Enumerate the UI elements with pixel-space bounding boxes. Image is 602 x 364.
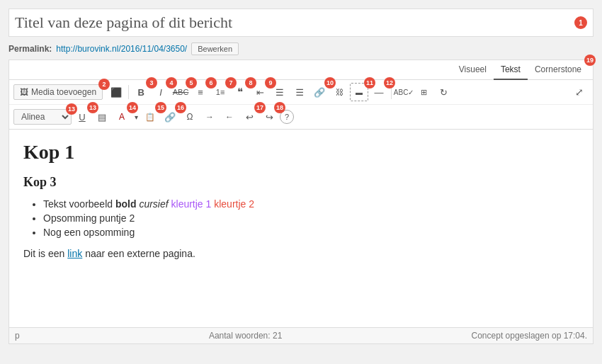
text-color1: kleurtje 1	[171, 198, 212, 210]
image-icon: 🖼	[20, 87, 28, 97]
permalink-row: Permalink: http://burovink.nl/2016/11/04…	[8, 42, 594, 55]
italic-button[interactable]: I	[152, 83, 170, 101]
tab-cornerstone[interactable]: Cornerstone	[528, 60, 589, 80]
cube-icon-btn[interactable]: ⬛	[107, 83, 125, 101]
permalink-url[interactable]: http://burovink.nl/2016/11/04/3650/	[56, 44, 187, 54]
paste-text-button[interactable]: 📋	[141, 108, 159, 126]
indent-button[interactable]: →	[200, 108, 219, 126]
tab-tekst[interactable]: Tekst	[494, 60, 528, 80]
separator1	[128, 85, 129, 99]
redo-button[interactable]: ↪	[260, 108, 278, 126]
tab-visueel[interactable]: Visueel	[452, 60, 494, 80]
text-color-dropdown[interactable]: ▾	[132, 108, 140, 126]
editor-content[interactable]: Kop 1 Kop 3 Tekst voorbeeld bold cursief…	[8, 130, 594, 328]
path-area: p	[15, 331, 20, 341]
text-bold: bold	[115, 198, 137, 210]
table-button[interactable]: ⊞	[414, 83, 433, 101]
para-suffix: naar een externe pagina.	[82, 248, 195, 259]
fullscreen-button[interactable]: ⤢	[570, 83, 589, 101]
heading-1: Kop 1	[23, 141, 579, 164]
title-input[interactable]	[15, 13, 570, 32]
content-paragraph: Dit is een link naar een externe pagina.	[23, 248, 579, 259]
underline-button[interactable]: U	[73, 108, 91, 126]
align-center-button[interactable]: ☰	[271, 83, 289, 101]
unlink-button[interactable]: ⛓	[330, 83, 348, 101]
list-item-3: Nog een opsomming	[43, 227, 579, 238]
list-item-2: Opsomming puntje 2	[43, 212, 579, 224]
align-left-button[interactable]: ⇤	[251, 83, 269, 101]
media-toevoegen-button[interactable]: 🖼 Media toevoegen	[13, 84, 103, 100]
toolbar-area: Visueel Tekst Cornerstone 19 🖼 Media toe…	[8, 59, 594, 130]
editor-container: 1 Permalink: http://burovink.nl/2016/11/…	[0, 0, 602, 353]
separator2	[391, 85, 392, 99]
spellcheck-button[interactable]: ABC✓	[394, 83, 413, 101]
bewerken-button[interactable]: Bewerken	[191, 42, 239, 55]
saved-status: Concept opgeslagen op 17:04.	[472, 331, 587, 341]
cube-icon: ⬛	[110, 87, 122, 98]
bold-button[interactable]: B	[132, 83, 150, 101]
status-bar: p Aantal woorden: 21 Concept opgeslagen …	[8, 328, 594, 344]
text-italic: cursief	[139, 198, 168, 210]
justify-button[interactable]: ▤	[93, 108, 111, 126]
text-color-button[interactable]: A	[113, 108, 131, 126]
link-button[interactable]: 🔗	[310, 83, 329, 101]
permalink-label: Permalink:	[8, 44, 52, 54]
special-chars-button[interactable]: Ω	[181, 108, 199, 126]
title-badge: 1	[574, 16, 587, 29]
title-row: 1	[8, 8, 594, 37]
undo-button[interactable]: ↩	[240, 108, 259, 126]
media-btn-label: Media toevoegen	[31, 87, 96, 97]
path-indicator: p	[15, 331, 20, 341]
ol-button[interactable]: 1≡	[211, 83, 229, 101]
list-item-1: Tekst voorbeeld bold cursief kleurtje 1 …	[43, 198, 579, 210]
insert-link-button[interactable]: 🔗	[161, 108, 179, 126]
toolbar-row2: Alinea 13 U 13 ▤ A 14 ▾ 📋 15	[9, 105, 593, 129]
help-button[interactable]: ?	[280, 110, 294, 124]
content-link[interactable]: link	[67, 248, 82, 259]
content-list: Tekst voorbeeld bold cursief kleurtje 1 …	[43, 198, 579, 238]
insert-more-button[interactable]: ▬	[350, 83, 368, 101]
blockquote-button[interactable]: ❝	[231, 83, 249, 101]
ul-button[interactable]: ≡	[191, 83, 210, 101]
align-right-button[interactable]: ☰	[290, 83, 309, 101]
tabs-row: Visueel Tekst Cornerstone 19	[9, 60, 593, 80]
strikethrough-button[interactable]: ABC	[171, 83, 190, 101]
hr-button[interactable]: —	[370, 83, 388, 101]
word-count-value: 21	[273, 331, 282, 341]
refresh-button[interactable]: ↻	[434, 83, 453, 101]
outdent-button[interactable]: ←	[220, 108, 239, 126]
paragraph-select[interactable]: Alinea	[13, 109, 72, 125]
word-count-area: Aantal woorden: 21	[209, 331, 282, 341]
word-count-label: Aantal woorden:	[209, 331, 271, 341]
text-color2: kleurtje 2	[214, 198, 254, 210]
heading-3: Kop 3	[23, 175, 579, 190]
para-prefix: Dit is een	[23, 248, 67, 259]
toolbar-row1: 🖼 Media toevoegen 2 ⬛ B 3 I 4	[9, 80, 593, 105]
